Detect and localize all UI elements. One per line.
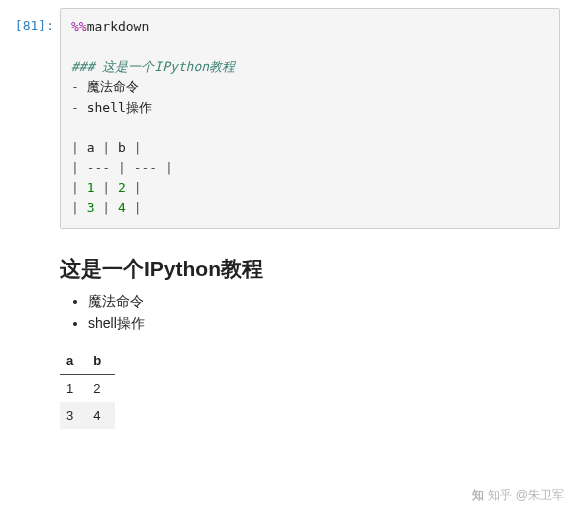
rendered-heading: 这是一个IPython教程	[60, 255, 560, 283]
pipe: |	[165, 160, 173, 175]
pipe: |	[134, 140, 142, 155]
pipe: |	[102, 200, 110, 215]
cell-output: 这是一个IPython教程 魔法命令 shell操作 a b 1 2 3 4	[60, 229, 560, 429]
magic-name: markdown	[87, 19, 150, 34]
td: 1	[60, 375, 87, 403]
r2a: 3	[87, 200, 95, 215]
bullet-dash: -	[71, 100, 79, 115]
pipe: |	[118, 160, 126, 175]
pipe: |	[102, 180, 110, 195]
magic-percent: %%	[71, 19, 87, 34]
sep: ---	[87, 160, 110, 175]
th: a	[60, 347, 87, 375]
th-a: a	[87, 140, 95, 155]
list-item: shell操作	[88, 315, 560, 333]
bullet1-text: 魔法命令	[87, 79, 139, 94]
table-row: 1 2	[60, 375, 115, 403]
notebook-cell: [81]: %%markdown ### 这是一个IPython教程 - 魔法命…	[8, 8, 560, 229]
sep: ---	[134, 160, 157, 175]
th: b	[87, 347, 115, 375]
pipe: |	[102, 140, 110, 155]
bullet-dash: -	[71, 79, 79, 94]
pipe: |	[71, 200, 79, 215]
rendered-table: a b 1 2 3 4	[60, 347, 115, 429]
pipe: |	[134, 180, 142, 195]
code-input-area[interactable]: %%markdown ### 这是一个IPython教程 - 魔法命令 - sh…	[60, 8, 560, 229]
list-item: 魔法命令	[88, 293, 560, 311]
bullet2-text: shell操作	[87, 100, 152, 115]
pipe: |	[134, 200, 142, 215]
r1a: 1	[87, 180, 95, 195]
pipe: |	[71, 160, 79, 175]
pipe: |	[71, 180, 79, 195]
table-row: 3 4	[60, 402, 115, 429]
md-heading-source: ### 这是一个IPython教程	[71, 59, 235, 74]
td: 2	[87, 375, 115, 403]
td: 4	[87, 402, 115, 429]
rendered-list: 魔法命令 shell操作	[60, 293, 560, 333]
input-prompt: [81]:	[8, 8, 60, 33]
td: 3	[60, 402, 87, 429]
r2b: 4	[118, 200, 126, 215]
pipe: |	[71, 140, 79, 155]
th-b: b	[118, 140, 126, 155]
r1b: 2	[118, 180, 126, 195]
